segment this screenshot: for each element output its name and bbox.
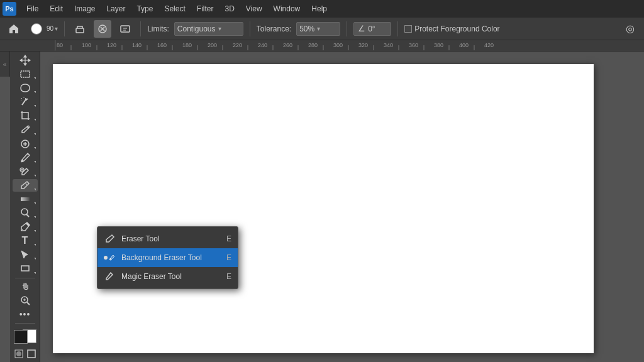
separator-4 bbox=[347, 21, 347, 36]
tool-zoom[interactable] bbox=[13, 294, 38, 307]
svg-text:340: 340 bbox=[384, 42, 393, 48]
brush-circle bbox=[31, 23, 42, 35]
tool-hand[interactable] bbox=[13, 280, 38, 293]
limits-label: Limits: bbox=[147, 25, 169, 33]
type-arrow bbox=[34, 244, 36, 246]
menu-help[interactable]: Help bbox=[306, 2, 332, 16]
tool-healing[interactable] bbox=[13, 138, 38, 150]
brush-preview[interactable] bbox=[28, 20, 45, 38]
svg-text:400: 400 bbox=[459, 42, 469, 48]
menu-select[interactable]: Select bbox=[159, 2, 190, 16]
color-swatches[interactable] bbox=[13, 329, 38, 344]
angle-value: 0° bbox=[368, 25, 375, 33]
more-tools-icon: ••• bbox=[19, 309, 31, 319]
svg-rect-50 bbox=[28, 350, 35, 358]
menu-file[interactable]: File bbox=[21, 2, 43, 16]
svg-text:180: 180 bbox=[182, 42, 192, 48]
eraser-mode-btn-3[interactable] bbox=[116, 20, 134, 38]
svg-text:200: 200 bbox=[208, 42, 217, 48]
gradient-arrow bbox=[34, 202, 36, 204]
tool-eraser[interactable] bbox=[13, 179, 38, 192]
menu-window[interactable]: Window bbox=[269, 2, 306, 16]
ctx-bg-eraser-tool[interactable]: Background Eraser Tool E bbox=[97, 248, 238, 267]
lasso-arrow bbox=[34, 91, 36, 93]
angle-icon: ∠ bbox=[358, 24, 365, 33]
tolerance-dropdown[interactable]: 50% ▾ bbox=[296, 22, 340, 36]
tool-shape[interactable] bbox=[13, 262, 38, 275]
svg-rect-46 bbox=[21, 266, 29, 271]
separator-5 bbox=[397, 21, 398, 36]
tool-crop[interactable] bbox=[13, 109, 38, 122]
screen-mode-btn[interactable] bbox=[26, 348, 37, 359]
menu-image[interactable]: Image bbox=[69, 2, 100, 16]
ctx-magic-eraser-shortcut: E bbox=[226, 272, 231, 281]
tool-clone-stamp[interactable] bbox=[13, 165, 38, 178]
brush-size-display: 90 bbox=[47, 25, 53, 32]
svg-text:240: 240 bbox=[258, 42, 267, 48]
view-mode-row bbox=[13, 348, 37, 359]
home-button[interactable] bbox=[5, 20, 23, 38]
pen-arrow bbox=[34, 230, 36, 232]
brush-arrow bbox=[34, 161, 36, 163]
limits-dropdown[interactable]: Contiguous ▾ bbox=[174, 22, 243, 36]
ctx-magic-eraser-tool[interactable]: Magic Eraser Tool E bbox=[97, 267, 238, 286]
tool-dodge[interactable] bbox=[13, 207, 38, 219]
canvas-area[interactable]: Eraser Tool E Background Eraser Tool E bbox=[40, 52, 644, 362]
eraser-mode-btn-1[interactable] bbox=[71, 20, 89, 38]
bg-eraser-bullet bbox=[104, 251, 116, 264]
healing-arrow bbox=[34, 147, 36, 149]
foreground-color-swatch[interactable] bbox=[14, 330, 28, 344]
svg-text:120: 120 bbox=[107, 42, 116, 48]
target-icon[interactable]: ◎ bbox=[621, 20, 639, 38]
svg-text:160: 160 bbox=[157, 42, 167, 48]
toolbar-separator-2 bbox=[15, 323, 35, 324]
tool-type[interactable]: T bbox=[13, 234, 38, 247]
menu-filter[interactable]: Filter bbox=[192, 2, 219, 16]
tool-path-select[interactable] bbox=[13, 248, 38, 261]
angle-control[interactable]: ∠ 0° bbox=[353, 22, 391, 36]
menu-bar: Ps File Edit Image Layer Type Select Fil… bbox=[0, 0, 644, 18]
tool-magic-wand[interactable] bbox=[13, 96, 38, 108]
tool-pen[interactable] bbox=[13, 221, 38, 233]
tool-brush[interactable] bbox=[13, 151, 38, 164]
menu-type[interactable]: Type bbox=[131, 2, 158, 16]
svg-text:80: 80 bbox=[57, 42, 63, 48]
tool-more[interactable]: ••• bbox=[13, 308, 38, 321]
tool-move[interactable] bbox=[13, 54, 38, 67]
protect-foreground-label[interactable]: Protect Foreground Color bbox=[404, 25, 499, 33]
menu-view[interactable]: View bbox=[241, 2, 267, 16]
ctx-bg-eraser-shortcut: E bbox=[226, 253, 231, 262]
shape-arrow bbox=[34, 272, 36, 274]
toolbar-collapse-arrow[interactable]: « bbox=[0, 52, 10, 77]
marquee-arrow bbox=[34, 77, 36, 79]
app-logo: Ps bbox=[3, 2, 16, 16]
menu-3d[interactable]: 3D bbox=[219, 2, 239, 16]
tool-marquee[interactable] bbox=[13, 68, 38, 80]
canvas bbox=[53, 64, 594, 353]
svg-text:220: 220 bbox=[233, 42, 242, 48]
main-area: « bbox=[0, 52, 644, 362]
tool-eyedropper[interactable] bbox=[13, 123, 38, 136]
brush-selector[interactable]: 90 ▾ bbox=[28, 20, 58, 38]
svg-text:300: 300 bbox=[333, 42, 343, 48]
protect-foreground-text: Protect Foreground Color bbox=[414, 25, 499, 33]
svg-point-42 bbox=[21, 160, 23, 162]
tool-gradient[interactable] bbox=[13, 193, 38, 206]
svg-point-49 bbox=[16, 351, 21, 356]
wand-arrow bbox=[34, 105, 36, 107]
eraser-mode-btn-2[interactable] bbox=[94, 20, 111, 38]
tool-lasso[interactable] bbox=[13, 82, 38, 94]
brush-size-value: 90 bbox=[47, 25, 53, 32]
protect-foreground-checkbox[interactable] bbox=[404, 25, 412, 33]
svg-rect-2 bbox=[121, 26, 130, 32]
path-select-arrow bbox=[34, 258, 36, 260]
dodge-arrow bbox=[34, 216, 36, 218]
svg-rect-39 bbox=[21, 71, 30, 77]
quick-mask-btn[interactable] bbox=[13, 348, 25, 359]
brush-dropdown-arrow[interactable]: ▾ bbox=[55, 25, 58, 32]
ctx-eraser-tool[interactable]: Eraser Tool E bbox=[97, 229, 238, 248]
eraser-tool-icon bbox=[104, 233, 116, 245]
menu-layer[interactable]: Layer bbox=[101, 2, 130, 16]
eraser-arrow bbox=[34, 189, 36, 190]
menu-edit[interactable]: Edit bbox=[45, 2, 68, 16]
